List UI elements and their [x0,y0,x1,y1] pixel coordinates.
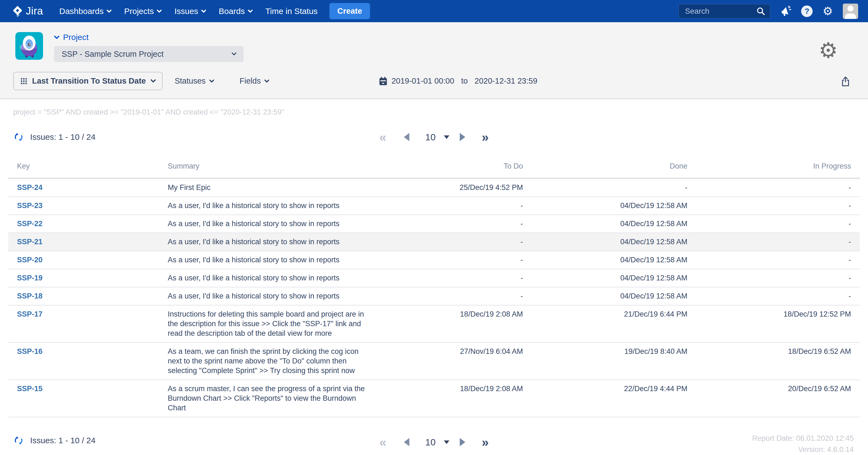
nav-item-label: Issues [174,7,198,16]
report-type-button[interactable]: Last Transition To Status Date [13,72,162,90]
issue-todo-cell: - [384,233,532,251]
issue-key-link[interactable]: SSP-18 [17,292,42,300]
issue-key-link[interactable]: SSP-22 [17,219,42,228]
project-dropdown-toggle[interactable]: Project [54,33,244,42]
date-range-picker[interactable]: 2019-01-01 00:00 to 2020-12-31 23:59 [379,77,537,86]
version-text: Version: 4.6.0.14 [752,444,854,455]
project-meta: Project SSP - Sample Scrum Project [54,33,244,62]
refresh-icon[interactable] [14,435,24,446]
nav-item-issues[interactable]: Issues [168,0,212,22]
nav-item-time-in-status[interactable]: Time in Status [259,0,324,22]
issue-key-link[interactable]: SSP-24 [17,183,42,191]
table-row: SSP-23As a user, I'd like a historical s… [8,197,860,215]
issue-done-cell: - [532,178,696,197]
issue-inprogress-cell: - [696,197,860,215]
nav-item-label: Time in Status [265,7,318,16]
issue-todo-cell: 18/Dec/19 2:08 AM [384,380,532,417]
issue-todo-cell: - [384,251,532,269]
issue-key-cell: SSP-23 [8,197,159,215]
nav-item-dashboards[interactable]: Dashboards [53,0,118,22]
report-type-label: Last Transition To Status Date [32,77,146,86]
column-header-inprogress[interactable]: In Progress [696,158,860,178]
last-page-button[interactable]: » [482,131,489,143]
column-header-key[interactable]: Key [8,158,159,178]
project-avatar-icon [16,32,43,60]
table-row: SSP-22As a user, I'd like a historical s… [8,215,860,233]
issues-count-top: Issues: 1 - 10 / 24 [14,132,95,142]
issue-key-link[interactable]: SSP-15 [17,385,42,393]
user-avatar[interactable] [843,4,858,19]
table-row: SSP-17Instructions for deleting this sam… [8,305,860,343]
page-size-value[interactable]: 10 [425,437,436,448]
jira-logo[interactable]: Jira [11,5,43,17]
first-page-button[interactable]: « [379,131,386,143]
fields-dropdown[interactable]: Fields [240,77,270,86]
issue-summary-cell: Instructions for deleting this sample bo… [159,305,384,343]
announcements-icon[interactable] [780,6,791,17]
issue-inprogress-cell: 18/Dec/19 6:52 AM [696,343,860,380]
export-icon[interactable] [841,76,850,86]
table-row: SSP-19As a user, I'd like a historical s… [8,269,860,287]
refresh-icon[interactable] [14,132,24,142]
nav-item-label: Projects [124,7,154,16]
fields-label: Fields [240,77,261,86]
last-page-button[interactable]: » [482,436,489,448]
table-row: SSP-15As a scrum master, I can see the p… [8,380,860,417]
filter-toolbar: Last Transition To Status Date Statuses … [0,68,868,98]
statuses-dropdown[interactable]: Statuses [175,77,214,86]
issue-key-link[interactable]: SSP-19 [17,274,42,282]
issue-key-link[interactable]: SSP-17 [17,310,42,318]
prev-page-button[interactable] [404,438,409,446]
issue-summary-cell: As a user, I'd like a historical story t… [159,287,384,305]
issues-row-top: Issues: 1 - 10 / 24 « 10 » [0,128,868,146]
nav-item-projects[interactable]: Projects [118,0,168,22]
issue-key-link[interactable]: SSP-20 [17,256,42,264]
next-page-button[interactable] [460,438,465,446]
issue-inprogress-cell: 18/Dec/19 12:52 PM [696,305,860,343]
issue-key-link[interactable]: SSP-16 [17,347,42,356]
help-icon[interactable]: ? [801,5,813,17]
page-size-value[interactable]: 10 [425,132,436,143]
issue-done-cell: 21/Dec/19 6:44 PM [532,305,696,343]
search-input[interactable] [684,7,750,16]
issue-key-cell: SSP-19 [8,269,159,287]
issue-summary-cell: As a user, I'd like a historical story t… [159,269,384,287]
issues-table-body: SSP-24My First Epic25/Dec/19 4:52 PM--SS… [8,178,860,417]
jql-query-text: project = "SSP" AND created >= "2019-01-… [13,108,852,117]
issue-summary-cell: As a user, I'd like a historical story t… [159,251,384,269]
issue-todo-cell: - [384,287,532,305]
issue-key-cell: SSP-22 [8,215,159,233]
chevron-down-icon [157,9,162,13]
page-size-dropdown-arrow[interactable] [444,441,449,444]
issue-key-cell: SSP-20 [8,251,159,269]
issue-done-cell: 04/Dec/19 12:58 AM [532,215,696,233]
column-header-summary[interactable]: Summary [159,158,384,178]
settings-gear-icon[interactable]: ⚙ [823,5,833,17]
chevron-down-icon [54,36,60,39]
issue-key-cell: SSP-18 [8,287,159,305]
issue-key-link[interactable]: SSP-21 [17,238,42,246]
issue-done-cell: 04/Dec/19 12:58 AM [532,287,696,305]
chevron-down-icon [231,52,237,56]
column-header-todo[interactable]: To Do [384,158,532,178]
report-settings-gear-icon[interactable]: ⚙ [819,40,838,61]
issue-key-cell: SSP-15 [8,380,159,417]
page-size-dropdown-arrow[interactable] [444,135,449,139]
issue-key-link[interactable]: SSP-23 [17,202,42,210]
chevron-down-icon [151,79,156,83]
project-select[interactable]: SSP - Sample Scrum Project [54,46,244,62]
search-box[interactable] [678,4,770,19]
navbar-right: ? ⚙ [678,4,858,19]
issue-summary-cell: As a scrum master, I can see the progres… [159,380,384,417]
prev-page-button[interactable] [404,133,409,141]
create-button[interactable]: Create [330,3,370,19]
nav-item-boards[interactable]: Boards [212,0,259,22]
nav-item-label: Boards [219,7,245,16]
project-label: Project [63,33,89,42]
first-page-button[interactable]: « [379,436,386,448]
next-page-button[interactable] [460,133,465,141]
pagination-bottom: « 10 » [379,436,489,448]
table-row: SSP-21As a user, I'd like a historical s… [8,233,860,251]
column-header-done[interactable]: Done [532,158,696,178]
report-footer: Report Date: 06.01.2020 12:45 Version: 4… [752,433,854,455]
